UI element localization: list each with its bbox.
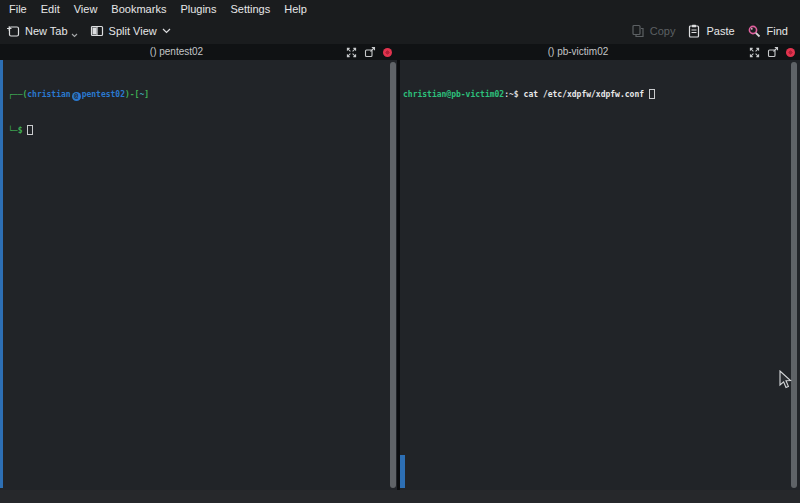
detach-split-icon[interactable] xyxy=(767,46,779,58)
prompt-host: pentest02 xyxy=(82,90,125,99)
menu-edit[interactable]: Edit xyxy=(34,0,67,18)
copy-label: Copy xyxy=(650,25,676,37)
pane-title: () pentest02 xyxy=(0,44,353,60)
menu-plugins[interactable]: Plugins xyxy=(173,0,223,18)
detach-split-icon[interactable] xyxy=(364,46,376,58)
paste-label: Paste xyxy=(706,25,734,37)
terminal-text: ┌──(christian@pentest02)-[~] └─$ xyxy=(8,65,149,161)
terminal-cursor xyxy=(27,125,33,135)
prompt-line-2: └─$ xyxy=(8,125,149,137)
pane-header-actions xyxy=(749,44,795,60)
terminal-split-area: ┌──(christian@pentest02)-[~] └─$ christi… xyxy=(0,60,800,490)
new-tab-button[interactable]: New Tab xyxy=(0,20,84,42)
prompt-decoration: ┌──( xyxy=(8,90,27,99)
typed-command: cat /etc/xdpfw/xdpfw.conf xyxy=(524,90,644,99)
split-view-icon xyxy=(90,24,104,38)
new-output-highlight-bar xyxy=(0,60,3,488)
chevron-down-icon xyxy=(162,28,171,34)
expand-split-icon[interactable] xyxy=(346,47,357,58)
menu-view[interactable]: View xyxy=(67,0,105,18)
new-tab-label: New Tab xyxy=(25,25,68,37)
expand-split-icon[interactable] xyxy=(749,47,760,58)
copy-icon xyxy=(631,24,645,38)
prompt-line: christian@pb-victim02:~$cat /etc/xdpfw/x… xyxy=(403,89,655,101)
close-split-button[interactable] xyxy=(383,48,392,57)
prompt-decoration: )-[ xyxy=(125,90,139,99)
pane-header-pb-victim02[interactable]: () pb-victim02 xyxy=(400,44,800,60)
copy-button[interactable]: Copy xyxy=(625,20,682,42)
paste-button[interactable]: Paste xyxy=(681,20,740,42)
split-header-bar: () pentest02 () pb-victim02 xyxy=(0,44,800,60)
circled-at-symbol: @ xyxy=(72,92,81,101)
chevron-down-icon xyxy=(71,33,78,38)
terminal-cursor xyxy=(649,89,655,99)
toolbar-right-group: Copy Paste Find xyxy=(625,20,800,42)
pane-header-actions xyxy=(346,44,392,60)
prompt-dollar: └─$ xyxy=(8,126,22,135)
new-tab-icon xyxy=(6,24,20,38)
split-view-button[interactable]: Split View xyxy=(84,20,177,42)
magnifying-glass-icon xyxy=(747,24,762,39)
find-label: Find xyxy=(767,25,788,37)
find-button[interactable]: Find xyxy=(741,20,794,42)
menu-bar: File Edit View Bookmarks Plugins Setting… xyxy=(0,0,800,18)
terminal-text: christian@pb-victim02:~$cat /etc/xdpfw/x… xyxy=(403,65,655,125)
scrollbar[interactable] xyxy=(390,62,396,488)
split-view-label: Split View xyxy=(109,25,157,37)
konsole-window: File Edit View Bookmarks Plugins Setting… xyxy=(0,0,800,503)
paste-clipboard-icon xyxy=(687,24,701,38)
terminal-pane-pb-victim02[interactable]: christian@pb-victim02:~$cat /etc/xdpfw/x… xyxy=(400,60,800,490)
scrollbar[interactable] xyxy=(791,62,797,488)
prompt-separator: :~$ xyxy=(504,90,518,99)
prompt-decoration: ] xyxy=(144,90,149,99)
pane-header-pentest02[interactable]: () pentest02 xyxy=(0,44,397,60)
menu-help[interactable]: Help xyxy=(277,0,314,18)
menu-settings[interactable]: Settings xyxy=(223,0,277,18)
prompt-user: christian xyxy=(27,90,70,99)
window-bottom-edge xyxy=(0,490,800,503)
pane-title: () pb-victim02 xyxy=(400,44,756,60)
mouse-pointer-icon xyxy=(779,370,792,389)
prompt-user-host: christian@pb-victim02 xyxy=(403,90,504,99)
menu-bookmarks[interactable]: Bookmarks xyxy=(104,0,173,18)
main-toolbar: New Tab Split View Copy xyxy=(0,18,800,44)
terminal-pane-pentest02[interactable]: ┌──(christian@pentest02)-[~] └─$ xyxy=(0,60,397,490)
close-split-button[interactable] xyxy=(786,48,795,57)
menu-file[interactable]: File xyxy=(2,0,34,18)
prompt-line-1: ┌──(christian@pentest02)-[~] xyxy=(8,89,149,101)
new-output-highlight-bar xyxy=(400,455,405,488)
